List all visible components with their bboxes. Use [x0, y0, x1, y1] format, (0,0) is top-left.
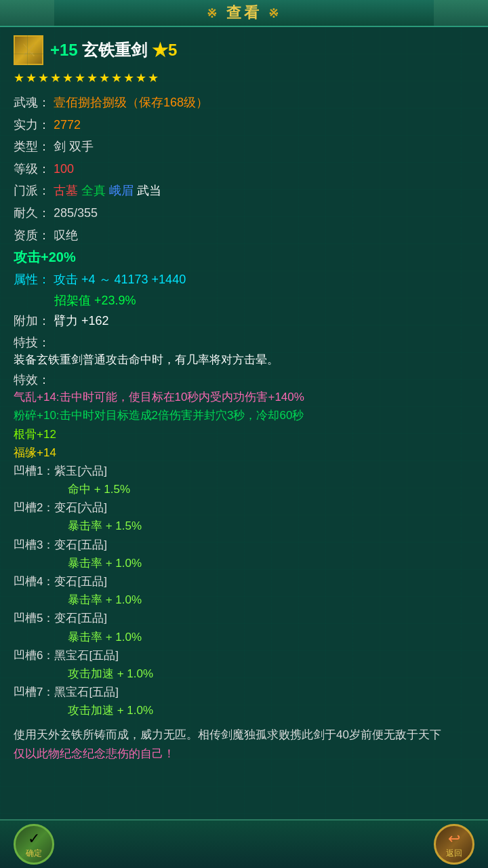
effect-e3: 根骨+12	[14, 425, 474, 443]
content-area: ⚔ +15 玄铁重剑 ★5 ★★★★★★★★★★★★ 武魂： 壹佰捌拾捌级（保存…	[0, 27, 488, 868]
back-button[interactable]: ↩ 返回	[434, 824, 474, 865]
slot-row-4: 凹槽4：变石[五品]	[14, 572, 474, 591]
memorial-text: 仅以此物纪念纪念悲伤的自己！	[14, 745, 474, 764]
effect-e2: 粉碎+10:击中时对目标造成2倍伤害并封穴3秒，冷却60秒	[14, 406, 474, 425]
slot-sub-5: 暴击率 + 1.0%	[14, 628, 474, 646]
back-icon: ↩	[448, 830, 460, 848]
effect-e1: 气乱+14:击中时可能，使目标在10秒内受内功伤害+140%	[14, 388, 474, 406]
slot-row-6: 凹槽6：黑宝石[五品]	[14, 646, 474, 665]
slot-sub-2: 暴击率 + 1.5%	[14, 517, 474, 535]
slot-row-2: 凹槽2：变石[六品]	[14, 498, 474, 517]
slot-row-1: 凹槽1：紫玉[六品]	[14, 462, 474, 480]
title-deco-right: ※	[268, 7, 281, 20]
item-name: +15 玄铁重剑 ★5	[50, 39, 177, 61]
attr-sub: 招架值 +23.9%	[14, 290, 474, 311]
item-header: ⚔ +15 玄铁重剑 ★5	[14, 35, 474, 65]
lore-text: 使用天外玄铁所铸而成，威力无匹。相传剑魔独孤求败携此剑于40岁前便无敌于天下	[14, 726, 474, 745]
slot-sub-6: 攻击加速 + 1.0%	[14, 665, 474, 683]
title-deco-left: ※	[207, 7, 220, 20]
confirm-label: 确定	[26, 848, 42, 859]
slot-row-7: 凹槽7：黑宝石[五品]	[14, 683, 474, 701]
quality-row: 资质： 叹绝	[14, 225, 474, 246]
type-row: 类型： 剑 双手	[14, 136, 474, 157]
shili-row: 实力： 2772	[14, 115, 474, 136]
effect-label: 特效：	[14, 372, 474, 388]
item-icon: ⚔	[14, 35, 43, 65]
stars-row: ★★★★★★★★★★★★	[14, 71, 474, 85]
level-row: 等级： 100	[14, 159, 474, 180]
durability-row: 耐久： 285/355	[14, 203, 474, 224]
attr-row: 属性： 攻击 +4 ～ 41173 +1440	[14, 269, 474, 290]
wuhun-row: 武魂： 壹佰捌拾捌级（保存168级）	[14, 92, 474, 113]
sect-row: 门派： 古墓 全真 峨眉 武当	[14, 180, 474, 201]
attack-bonus: 攻击+20%	[14, 248, 474, 267]
confirm-icon: ✓	[28, 830, 40, 848]
skill-label: 特技：	[14, 334, 474, 351]
slots-container: 凹槽1：紫玉[六品]命中 + 1.5%凹槽2：变石[六品]暴击率 + 1.5%凹…	[14, 462, 474, 720]
addon-row: 附加： 臂力 +162	[14, 311, 474, 332]
effect-e4: 福缘+14	[14, 443, 474, 462]
skill-desc: 装备玄铁重剑普通攻击命中时，有几率将对方击晕。	[14, 351, 474, 369]
confirm-button[interactable]: ✓ 确定	[14, 824, 54, 865]
slot-sub-3: 暴击率 + 1.0%	[14, 554, 474, 572]
slot-row-5: 凹槽5：变石[五品]	[14, 609, 474, 627]
slot-sub-4: 暴击率 + 1.0%	[14, 591, 474, 609]
item-icon-char: ⚔	[21, 40, 37, 61]
back-label: 返回	[446, 848, 462, 859]
top-bar: ※ 查看 ※	[0, 0, 488, 27]
bottom-bar: ✓ 确定 ↩ 返回	[0, 819, 488, 868]
slot-row-3: 凹槽3：变石[五品]	[14, 536, 474, 554]
slot-sub-1: 命中 + 1.5%	[14, 480, 474, 498]
page-title: ※ 查看 ※	[207, 3, 281, 23]
slot-sub-7: 攻击加速 + 1.0%	[14, 701, 474, 719]
